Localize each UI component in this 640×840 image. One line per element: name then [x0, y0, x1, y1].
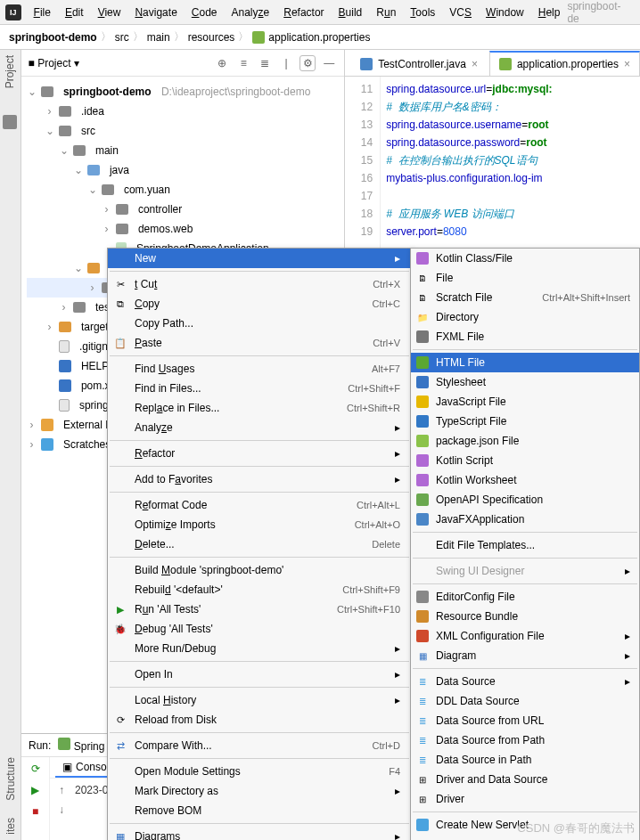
run-icon[interactable]: ▶: [28, 782, 44, 798]
tree-demosweb[interactable]: › demos.web: [27, 219, 345, 239]
ctx-localhist[interactable]: Local History▸: [108, 690, 411, 710]
ctx-markdir[interactable]: Mark Directory as▸: [108, 781, 411, 801]
menu-help[interactable]: Help: [531, 3, 568, 22]
sub-kotlinclass[interactable]: Kotlin Class/File: [411, 249, 639, 268]
sub-directory[interactable]: 📁Directory: [411, 307, 639, 327]
tab-testcontroller[interactable]: TestController.java×: [350, 52, 488, 76]
sub-jsfile[interactable]: JavaScript File: [411, 392, 639, 412]
sub-kotlinscript[interactable]: Kotlin Script: [411, 451, 639, 470]
ctx-optimize[interactable]: Optimize ImportsCtrl+Alt+O: [108, 515, 411, 534]
hide-icon[interactable]: —: [321, 55, 337, 71]
crumb-src[interactable]: src: [115, 31, 129, 44]
sub-dspath[interactable]: ≣Data Source from Path: [411, 730, 639, 750]
crumb-file[interactable]: application.properties: [268, 31, 370, 44]
collapse-all-icon[interactable]: ≣: [257, 55, 273, 71]
sub-swing[interactable]: Swing UI Designer▸: [411, 561, 639, 581]
cut-icon: ✂: [113, 277, 127, 291]
sub-pkgjson[interactable]: package.json File: [411, 431, 639, 451]
ctx-openmodule[interactable]: Open Module SettingsF4: [108, 762, 411, 781]
menu-code[interactable]: Code: [185, 3, 225, 22]
ctx-reload[interactable]: ⟳Reload from Disk: [108, 710, 411, 730]
menu-window[interactable]: Window: [479, 3, 531, 22]
sub-javafx[interactable]: JavaFXApplication: [411, 510, 639, 529]
ctx-buildmod[interactable]: Build Module 'springboot-demo': [108, 560, 411, 580]
ctx-removebom[interactable]: Remove BOM: [108, 801, 411, 820]
sub-driverds[interactable]: ⊞Driver and Data Source: [411, 770, 639, 789]
ctx-replaceinfiles[interactable]: Replace in Files...Ctrl+Shift+R: [108, 398, 411, 418]
ctx-debugtests[interactable]: 🐞Debug 'All Tests': [108, 619, 411, 639]
rail-icon[interactable]: [3, 115, 17, 129]
tree-root[interactable]: ⌄ springboot-demo D:\ideaproject\springb…: [27, 82, 345, 102]
menu-run[interactable]: Run: [369, 3, 403, 22]
sub-datasource[interactable]: ≣Data Source▸: [411, 672, 639, 691]
sub-dsinpath[interactable]: ≣Data Source in Path: [411, 750, 639, 770]
sub-driver[interactable]: ⊞Driver: [411, 789, 639, 809]
tree-main[interactable]: ⌄ main: [27, 141, 345, 160]
crumb-main[interactable]: main: [147, 31, 170, 44]
ctx-copypath[interactable]: Copy Path...: [108, 314, 411, 333]
menu-navigate[interactable]: Navigate: [127, 3, 184, 22]
close-icon[interactable]: ×: [472, 58, 478, 70]
down-icon[interactable]: ↓: [53, 802, 70, 818]
ctx-analyze[interactable]: Analyze▸: [108, 418, 411, 437]
sub-file[interactable]: 🗎File: [411, 268, 639, 288]
ctx-findinfiles[interactable]: Find in Files...Ctrl+Shift+F: [108, 379, 411, 398]
menu-view[interactable]: View: [91, 3, 128, 22]
ctx-rebuild[interactable]: Rebuild '<default>'Ctrl+Shift+F9: [108, 580, 411, 599]
rail-favorites[interactable]: ites: [4, 818, 17, 835]
tree-java[interactable]: ⌄ java: [27, 160, 345, 180]
crumb-project[interactable]: springboot-demo: [9, 31, 97, 44]
crumb-resources[interactable]: resources: [188, 31, 235, 44]
tab-appproperties[interactable]: application.properties×: [489, 51, 640, 76]
ctx-reformat[interactable]: Reformat CodeCtrl+Alt+L: [108, 495, 411, 515]
menu-vcs[interactable]: VCS: [442, 3, 479, 22]
sub-tsfile[interactable]: TypeScript File: [411, 412, 639, 431]
tree-controller[interactable]: › controller: [27, 200, 345, 219]
ctx-delete[interactable]: Delete...Delete: [108, 534, 411, 554]
menu-tools[interactable]: Tools: [403, 3, 442, 22]
menu-refactor[interactable]: Refactor: [276, 3, 331, 22]
menu-file[interactable]: File: [27, 3, 58, 22]
ctx-findusages[interactable]: Find UsagesAlt+F7: [108, 359, 411, 379]
menu-analyze[interactable]: Analyze: [225, 3, 277, 22]
menu-edit[interactable]: Edit: [58, 3, 91, 22]
rail-structure[interactable]: Structure: [4, 757, 17, 801]
sub-ddl[interactable]: ≣DDL Data Source: [411, 691, 639, 711]
sub-kotlinws[interactable]: Kotlin Worksheet: [411, 470, 639, 490]
ctx-paste[interactable]: 📋PasteCtrl+V: [108, 333, 411, 353]
sub-scratch[interactable]: 🗎Scratch FileCtrl+Alt+Shift+Insert: [411, 288, 639, 307]
rerun-icon[interactable]: ⟳: [28, 761, 44, 777]
sub-editorconfig[interactable]: EditorConfig File: [411, 587, 639, 607]
select-opened-icon[interactable]: ⊕: [214, 55, 230, 71]
ctx-refactor[interactable]: Refactor▸: [108, 444, 411, 463]
tree-pkg[interactable]: ⌄ com.yuan: [27, 180, 345, 200]
up-icon[interactable]: ↑: [53, 782, 70, 798]
stop-icon[interactable]: ■: [28, 803, 44, 820]
sub-dsurl[interactable]: ≣Data Source from URL: [411, 711, 639, 730]
sub-htmlfile[interactable]: HTML File: [411, 353, 639, 372]
sub-openapi[interactable]: OpenAPI Specification: [411, 490, 639, 510]
ctx-cut[interactable]: ✂t CutCutCtrl+X: [108, 274, 411, 294]
sub-stylesheet[interactable]: Stylesheet: [411, 372, 639, 392]
ctx-runtests[interactable]: ▶Run 'All Tests'Ctrl+Shift+F10: [108, 599, 411, 619]
ctx-copy[interactable]: ⧉CopyCtrl+C: [108, 294, 411, 314]
sub-diagram[interactable]: ▦Diagram▸: [411, 646, 639, 665]
gear-icon[interactable]: ⚙: [299, 55, 316, 71]
sub-xmlconfig[interactable]: XML Configuration File▸: [411, 626, 639, 646]
sub-resbundle[interactable]: Resource Bundle: [411, 607, 639, 626]
run-config[interactable]: Spring: [58, 738, 104, 753]
ctx-diagrams[interactable]: ▦Diagrams▸: [108, 827, 411, 840]
sub-edittmpl[interactable]: Edit File Templates...: [411, 535, 639, 555]
close-icon[interactable]: ×: [624, 58, 630, 70]
expand-all-icon[interactable]: ≡: [235, 55, 251, 71]
ctx-compare[interactable]: ⇄Compare With...Ctrl+D: [108, 736, 411, 755]
ctx-openin[interactable]: Open In▸: [108, 665, 411, 684]
tree-src[interactable]: ⌄ src: [27, 121, 345, 141]
ctx-new[interactable]: New▸: [108, 249, 411, 268]
ctx-favorites[interactable]: Add to Favorites▸: [108, 469, 411, 489]
ctx-morerun[interactable]: More Run/Debug▸: [108, 639, 411, 658]
rail-project[interactable]: Project: [4, 55, 16, 88]
sub-fxml[interactable]: FXML File: [411, 327, 639, 347]
tree-idea[interactable]: › .idea: [27, 102, 345, 121]
menu-build[interactable]: Build: [332, 3, 370, 22]
